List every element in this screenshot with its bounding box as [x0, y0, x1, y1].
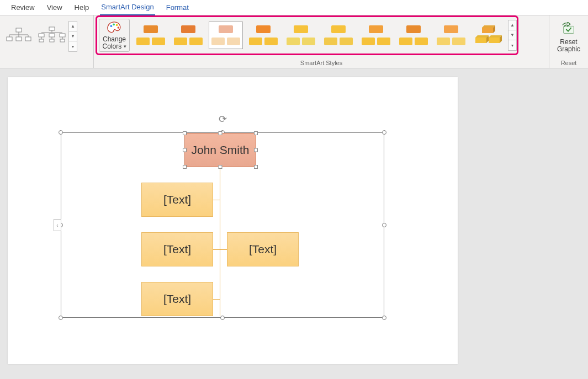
style-thumb-icon [136, 25, 165, 45]
svg-rect-6 [16, 37, 22, 41]
styles-scroll-down[interactable]: ▼ [508, 30, 516, 40]
resize-handle[interactable] [382, 223, 386, 227]
svg-rect-12 [39, 34, 44, 37]
ribbon-tabs: Review View Help SmartArt Design Format [0, 0, 588, 15]
change-colors-label: Change Colors [102, 35, 126, 50]
style-thumb-icon [399, 25, 428, 45]
shape-handle[interactable] [254, 131, 258, 135]
change-colors-button[interactable]: Change Colors ▾ [99, 19, 130, 52]
style-thumb[interactable] [359, 22, 393, 49]
svg-rect-13 [49, 34, 55, 37]
styles-group-label: SmartArt Styles [94, 59, 549, 68]
tab-help[interactable]: Help [73, 1, 91, 15]
connector [220, 168, 220, 316]
svg-rect-18 [39, 39, 44, 42]
reset-graphic-button[interactable]: Reset Graphic [553, 20, 584, 53]
svg-point-23 [116, 24, 118, 26]
svg-rect-34 [564, 26, 574, 33]
shape-handle[interactable] [254, 148, 258, 152]
layout-thumb-2[interactable] [35, 22, 68, 51]
svg-rect-26 [482, 28, 493, 33]
tab-smartart-design[interactable]: SmartArt Design [100, 1, 155, 15]
shape-handle[interactable] [183, 131, 187, 135]
connector [213, 249, 220, 250]
svg-rect-8 [25, 37, 31, 41]
style-thumb[interactable] [284, 22, 318, 49]
text-pane-toggle[interactable]: ‹ [54, 219, 61, 231]
child-node-text: [Text] [163, 243, 191, 256]
style-thumb[interactable] [321, 22, 356, 49]
smartart-child-node[interactable]: [Text] [141, 183, 213, 217]
tab-review[interactable]: Review [10, 1, 36, 15]
smartart-selection-frame[interactable]: ⟳ ‹ John Smith [Text] [Tex [61, 132, 384, 318]
connector [213, 200, 220, 200]
shape-handle[interactable] [219, 131, 223, 135]
connector [213, 299, 220, 300]
svg-marker-31 [489, 35, 502, 38]
resize-handle[interactable] [220, 316, 225, 320]
styles-spinner: ▲ ▼ ▾ [508, 20, 517, 51]
page[interactable]: ⟳ ‹ John Smith [Text] [Tex [8, 77, 458, 364]
shape-handle[interactable] [183, 165, 187, 169]
style-thumb-icon [362, 25, 390, 45]
svg-rect-0 [16, 28, 22, 32]
style-thumb-icon [174, 25, 203, 45]
layouts-expand[interactable]: ▾ [69, 41, 77, 51]
smartart-child-node[interactable]: [Text] [141, 282, 213, 316]
svg-point-24 [118, 26, 120, 29]
styles-scroll-up[interactable]: ▲ [508, 20, 516, 30]
highlight-annotation: Change Colors ▾ ▲ ▼ ▾ [96, 15, 518, 55]
reset-group: Reset Graphic Reset [549, 15, 588, 68]
ribbon: ▲ ▼ ▾ Change Colors ▾ [0, 15, 588, 68]
tab-view[interactable]: View [46, 1, 63, 15]
style-thumb-icon [437, 25, 465, 45]
svg-rect-19 [50, 39, 54, 42]
shape-handle[interactable] [183, 148, 187, 152]
layouts-group-label [0, 59, 93, 68]
child-node-text: [Text] [163, 193, 191, 206]
layouts-scroll-down[interactable]: ▼ [69, 31, 77, 41]
layouts-spinner: ▲ ▼ ▾ [68, 21, 77, 52]
layout-thumb-1[interactable] [2, 22, 35, 51]
style-thumb-icon [287, 25, 315, 45]
resize-handle[interactable] [382, 130, 386, 135]
svg-rect-32 [489, 38, 500, 43]
document-canvas: ⟳ ‹ John Smith [Text] [Tex [0, 68, 588, 373]
tab-format[interactable]: Format [165, 1, 190, 15]
reset-icon [560, 22, 577, 36]
resize-handle[interactable] [59, 316, 63, 320]
svg-point-22 [113, 23, 115, 25]
palette-icon [106, 20, 123, 35]
rotate-handle-icon[interactable]: ⟳ [219, 113, 227, 125]
svg-point-21 [110, 25, 113, 27]
smartart-child-node[interactable]: [Text] [141, 232, 213, 266]
smartart-child-node[interactable]: [Text] [227, 232, 299, 266]
style-thumb-icon [324, 25, 353, 45]
root-node-text: John Smith [191, 143, 249, 157]
svg-rect-14 [60, 34, 65, 37]
child-node-text: [Text] [163, 292, 191, 306]
style-thumb[interactable] [472, 22, 506, 49]
smartart-root-node[interactable]: John Smith [184, 133, 256, 167]
shape-handle[interactable] [254, 165, 258, 169]
style-thumb-icon [474, 24, 503, 46]
style-thumb[interactable] [209, 22, 243, 49]
style-thumb[interactable] [434, 22, 468, 49]
style-thumb-icon [211, 25, 240, 45]
style-thumb[interactable] [396, 22, 431, 49]
style-thumb-icon [249, 25, 278, 45]
styles-expand[interactable]: ▾ [508, 40, 516, 50]
shape-handle[interactable] [219, 165, 223, 169]
style-thumb[interactable] [134, 22, 168, 49]
layouts-scroll-up[interactable]: ▲ [69, 22, 77, 31]
resize-handle[interactable] [59, 130, 63, 135]
style-thumb[interactable] [171, 22, 205, 49]
svg-rect-9 [49, 27, 55, 30]
resize-handle[interactable] [382, 316, 386, 320]
child-node-text: [Text] [249, 243, 277, 256]
style-thumb[interactable] [246, 22, 280, 49]
reset-group-label: Reset [549, 59, 588, 68]
svg-marker-25 [482, 25, 495, 28]
smartart-styles-group: Change Colors ▾ ▲ ▼ ▾ SmartArt Styles [94, 15, 549, 68]
layouts-group: ▲ ▼ ▾ [0, 15, 94, 68]
